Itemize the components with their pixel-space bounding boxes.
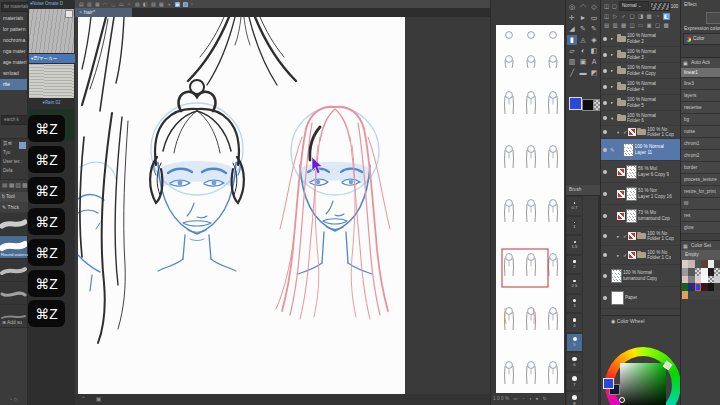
export-icon[interactable]: ▦ [95,2,100,7]
airbrush-icon[interactable]: ◬ [578,35,588,45]
decoration-icon[interactable]: ◈ [589,35,599,45]
visibility-eye-icon[interactable] [603,214,607,218]
layer-panel-icon[interactable]: ◧ [663,13,670,20]
auto-action-item[interactable]: line3 [681,78,720,90]
brush-size-cell[interactable]: 7 [566,372,583,392]
navigator-controls[interactable]: 100% ▭ ◔ ◑ ● ↻ [493,394,565,404]
material-search-input[interactable]: for materials [1,2,30,12]
brush-size-cell[interactable]: 2.5 [566,274,583,294]
layer-name[interactable]: Folder 2 [627,39,656,45]
save-icon[interactable]: ▥ [87,2,92,7]
sub-tool-group-thick[interactable]: ✎ Thick [0,202,29,212]
layer-row[interactable]: ✎ ▾ ✓ 100 % No Folder 1 Cop [601,126,681,139]
pen-icon[interactable]: ✎ [578,24,588,34]
opacity-slider[interactable] [650,2,670,11]
auto-action-selected[interactable]: linear1 [681,68,720,78]
paper-thumbnail[interactable] [611,291,624,305]
color-swatch[interactable] [714,283,720,291]
brush-size-panel-header[interactable]: Brush [566,185,604,196]
layer-name[interactable]: Folder 5 [627,103,656,109]
layer-name[interactable]: Layer 11 [635,150,664,156]
layer-panel-icon[interactable]: ▤ [603,22,610,29]
layer-row[interactable]: ✎ ✓ 100 % Normal Layer 11 [601,139,681,161]
text-icon[interactable]: A [589,57,599,67]
tool-property-row[interactable]: User tex : [1,157,28,166]
expand-arrow-icon[interactable]: ▸ [617,234,622,239]
expand-arrow-icon[interactable]: ▸ [611,36,616,41]
brush-size-cell[interactable]: 4 [566,313,583,333]
main-color-swatch-small[interactable] [603,378,614,389]
visibility-eye-icon[interactable] [603,116,607,120]
close-icon[interactable]: × [79,9,82,15]
rotate-canvas-icon[interactable]: ◠ [578,2,588,12]
auto-action-item[interactable]: res [681,210,720,222]
expand-arrow-icon[interactable]: ▸ [611,84,616,89]
layer-row[interactable]: ✎ ▸ ✓ 100 % Normal Folder 4 Copy [601,63,681,79]
auto-action-item[interactable]: glow [681,222,720,234]
layer-panel-icon[interactable]: ▩ [663,22,670,29]
layer-row[interactable]: ✎ ✓ 100 % Normal turnaround Copy [601,265,681,287]
layer-row[interactable]: ✎ ✓ 73 % Mu turnaround Cop [601,205,681,227]
layer-name[interactable]: Folder 1 Cop [647,132,674,138]
layer-name[interactable]: Folder 6 [627,118,656,124]
correct-line-icon[interactable]: ╱ [567,68,577,78]
color-swatch[interactable] [695,283,701,291]
color-swatch[interactable] [714,276,720,284]
crop-icon[interactable]: ▭ [119,2,124,7]
material-tree-item[interactable]: lor pattern [0,24,27,35]
more-icon[interactable]: ▫ [191,2,196,7]
visibility-eye-icon[interactable] [603,148,607,152]
material-tree-item[interactable]: rite [0,79,27,90]
pencil-icon[interactable]: ✎ [589,24,599,34]
layer-row[interactable]: ✎ ✓ 53 % Nor Layer 1 Copy 16 [601,183,681,205]
ruler-icon[interactable]: ▬ [578,68,588,78]
brush-size-cell[interactable]: 5 [566,333,583,353]
layer-panel-icon[interactable]: ◔ [654,13,661,20]
selection-icon[interactable]: ▭ [589,13,599,23]
ruler-snap-icon[interactable]: ▩ [159,2,164,7]
visibility-eye-icon[interactable] [603,296,607,300]
visibility-eye-icon[interactable] [603,274,607,278]
layer-thumbnail[interactable] [623,143,634,157]
blend-mode-dropdown[interactable]: Normal ⌄ [619,1,649,11]
brush-size-cell[interactable]: 8 [566,391,583,405]
layer-panel-icon[interactable]: ◫ [629,22,636,29]
grid-icon[interactable]: ▧ [135,2,140,7]
layer-thumbnail[interactable] [626,165,637,179]
auto-action-item[interactable]: bg [681,114,720,126]
layer-name[interactable]: Paper [625,295,637,301]
layer-name[interactable]: turnaround Cop [638,216,670,222]
layer-name[interactable]: Layer 6 Copy 9 [638,172,669,178]
layer-panel-icon[interactable]: ◫ [603,13,610,20]
expand-arrow-icon[interactable]: ▸ [617,253,622,258]
mirror-icon[interactable]: ◧ [143,2,148,7]
sub-tool-item-selected[interactable]: Round watercolor bru [0,236,27,259]
expand-arrow-icon[interactable]: ▾ [611,116,616,121]
layer-thumbnail[interactable] [626,209,637,223]
auto-action-item[interactable]: chrom2 [681,150,720,162]
material-tree-item[interactable]: nochroma [0,35,27,46]
layer-panel-icon[interactable]: ▣ [646,22,653,29]
layer-row[interactable]: ✎ ▸ ✓ 100 % Normal Folder 2 [601,31,681,47]
add-sub-tool-button[interactable]: ⊕ Add su [0,318,29,328]
main-color-swatch[interactable] [569,97,582,110]
expand-arrow-icon[interactable]: ▸ [611,52,616,57]
operation-icon[interactable]: ► [578,13,588,23]
auto-action-item[interactable]: border [681,162,720,174]
material-tree-item[interactable]: materials [0,13,27,24]
material-item-label-selected[interactable]: ▾霞/マーカー [29,54,76,63]
brush-size-cell[interactable]: 1 [566,216,583,236]
visibility-eye-icon[interactable] [603,53,607,57]
layer-name[interactable]: Folder 1 Co [647,255,671,261]
brush-size-cell[interactable]: 0.7 [566,196,583,216]
visibility-eye-icon[interactable] [603,253,607,257]
blend-icon[interactable]: ◐ [578,46,588,56]
layer-name[interactable]: Folder 4 [627,87,656,93]
undo-icon[interactable]: ◠ [103,2,108,7]
panel-bottom-icons[interactable]: ▫◇ [10,396,20,402]
view-mode-icons[interactable]: ▤▦▥▩ [0,180,29,190]
redo-icon[interactable]: ◡ [111,2,116,7]
visibility-eye-icon[interactable] [603,170,607,174]
layer-thumbnail[interactable] [611,269,622,283]
frame-border-icon[interactable]: ◩ [589,68,599,78]
